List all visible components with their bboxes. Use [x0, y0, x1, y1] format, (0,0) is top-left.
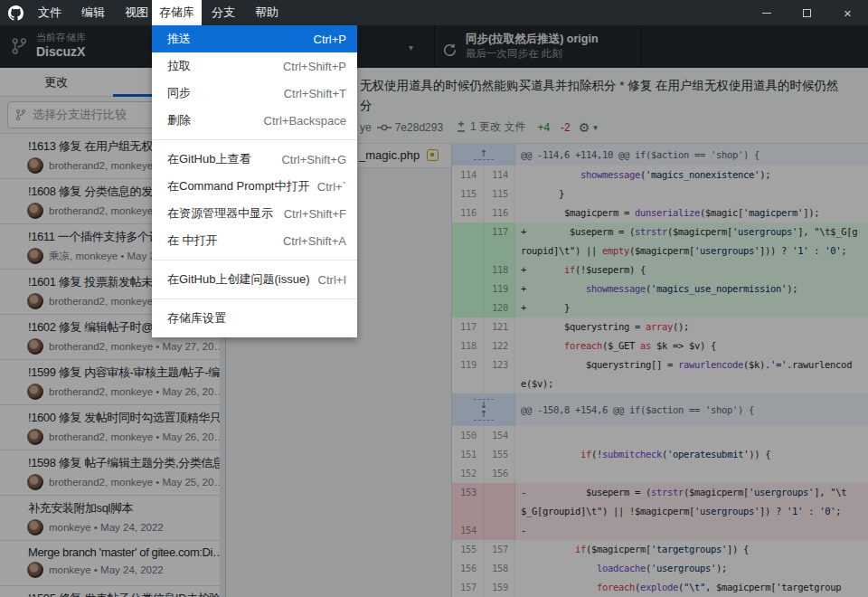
new-line-number: 122 [484, 336, 515, 355]
commit-hash[interactable]: 7e28d293 [395, 121, 443, 134]
github-logo-icon [8, 5, 24, 21]
sync-button-title[interactable]: 同步(拉取然后推送) origin [466, 32, 599, 47]
diff-icon [456, 121, 467, 133]
menubar-item[interactable]: 编辑 [71, 0, 115, 25]
commit-list-item[interactable]: !1598 修复 帖子编辑主题分类,分类信息I…brotherand2, mon… [0, 450, 225, 496]
commit-title: !1598 修复 帖子编辑主题分类,分类信息I… [28, 455, 223, 471]
commit-author-fragment: ye [360, 121, 372, 134]
commit-meta: brotherand2, monkeye • May 26, 20… [28, 429, 216, 445]
branch-compare-placeholder: 选择分支进行比较 [33, 107, 127, 123]
repository-menu-dropdown: 推送Ctrl+P拉取Ctrl+Shift+P同步Ctrl+Shift+T删除Ct… [152, 25, 357, 337]
menu-item[interactable]: 存储库设置 [152, 305, 357, 332]
commit-list-item[interactable]: Merge branch 'master' of gitee.com:Di…mo… [0, 541, 225, 586]
diff-code: - [515, 521, 868, 540]
commit-meta: brotherand2, monkeye • May 25, 20… [28, 474, 216, 490]
new-line-number: 115 [484, 185, 515, 204]
deletions-count: -2 [561, 121, 571, 134]
new-line-number: 116 [484, 204, 515, 223]
branch-icon [15, 109, 26, 121]
diff-code: + } [515, 298, 868, 317]
menubar-item[interactable]: 帮助 [245, 0, 288, 25]
menu-item[interactable]: 在GitHub上创建问题(issue)Ctrl+I [152, 266, 357, 293]
diff-code: + if(!$useperm) { [515, 261, 868, 280]
commit-author-date: monkeye • May 24, 2022 [49, 564, 164, 575]
github-desktop-window: 文件编辑视图存储库分支帮助 × 当前存储库 DiscuzX ▾ 同步(拉取然后推… [0, 0, 868, 597]
sidebar-tab[interactable]: 更改 [0, 68, 113, 96]
menu-item[interactable]: 同步Ctrl+Shift+T [152, 80, 357, 107]
diff-line: 114114 showmessage('magics_nonexistence'… [452, 166, 868, 185]
diff-line: 156158 loadcache('usergroups'); [452, 559, 868, 578]
menu-item[interactable]: 在资源管理器中显示Ctrl+Shift+F [152, 200, 357, 227]
menu-item[interactable]: 在 中打开Ctrl+Shift+A [152, 227, 357, 254]
old-line-number [452, 280, 484, 298]
diff-code [515, 464, 868, 483]
diff-line: 115115 } [452, 185, 868, 204]
menu-item-label: 在 中打开 [167, 232, 218, 249]
hunk-header-text: @@ -114,6 +114,10 @@ if($action == 'shop… [515, 144, 868, 166]
menubar-item[interactable]: 文件 [28, 0, 71, 25]
sync-button-subtitle: 最后一次同步在 此刻 [466, 47, 562, 61]
new-line-number [484, 374, 515, 393]
old-line-number [452, 223, 484, 242]
diff-line: 116116 $magicperm = dunserialize($magic[… [452, 204, 868, 223]
commit-title: 补充安装附加sql脚本 [28, 500, 223, 516]
new-line-number: 157 [484, 540, 515, 559]
diff-line: 153- $useperm = (strstr($magicperm['user… [452, 483, 868, 502]
new-line-number [484, 521, 515, 540]
diff-line: 117121 $querystring = array(); [452, 317, 868, 336]
diff-code: roupid]\t") || empty($magicperm['usergro… [515, 242, 868, 261]
close-button[interactable]: × [827, 0, 868, 25]
branch-dropdown-caret[interactable]: ▾ [409, 43, 413, 52]
commit-author-date: 乘凉, monkeye • May 30, [49, 250, 164, 263]
current-repo-name[interactable]: DiscuzX [36, 44, 85, 59]
old-line-number [452, 374, 484, 393]
new-line-number [484, 483, 515, 502]
diff-line: 118122 foreach($_GET as $k => $v) { [452, 336, 868, 355]
old-line-number: 114 [452, 166, 484, 185]
diff-code [515, 426, 868, 445]
toolbar: 当前存储库 DiscuzX ▾ 同步(拉取然后推送) origin 最后一次同步… [0, 25, 868, 68]
new-line-number: 117 [484, 223, 515, 242]
diff-code: loadcache('usergroups'); [515, 559, 868, 578]
diff-line: 157159 foreach(explode("\t", $magicperm[… [452, 578, 868, 597]
commit-message-line1: 无权使用道具的时候仍然能购买道具并扣除积分 * 修复 在用户组无权使用道具的时候… [360, 78, 839, 94]
menubar: 文件编辑视图存储库分支帮助 [28, 0, 288, 25]
commit-list-item[interactable]: !1600 修复 发帖时同时勾选置顶精华只…brotherand2, monke… [0, 405, 225, 450]
diff-line: 119+ showmessage('magics_use_nopermissio… [452, 280, 868, 298]
avatar [27, 474, 43, 490]
menubar-item[interactable]: 分支 [202, 0, 245, 25]
diff-code: - $useperm = (strstr($magicperm['usergro… [515, 483, 868, 502]
minimize-button[interactable] [746, 0, 787, 25]
expand-hunk-button[interactable]: ↓↑ [452, 393, 515, 426]
menu-item-shortcut: Ctrl+` [317, 180, 346, 194]
gear-icon[interactable]: ⚙ [579, 121, 590, 134]
menu-item-label: 在GitHub上查看 [167, 151, 250, 167]
menu-item-label: 同步 [167, 85, 191, 101]
commit-list-item[interactable]: !1595 修复 发表帖子分类信息ID未检验 [0, 586, 225, 597]
new-line-number: 123 [484, 355, 515, 374]
menubar-item[interactable]: 存储库 [152, 0, 202, 25]
expand-hunk-button[interactable]: ↑ [452, 144, 515, 166]
diff-code: $_G[groupid]\t") || !$magicperm['usergro… [515, 502, 868, 521]
menu-item[interactable]: 在GitHub上查看Ctrl+Shift+G [152, 146, 357, 173]
toolbar-divider [434, 25, 435, 68]
new-line-number [484, 242, 515, 261]
commit-list-item[interactable]: !1599 修复 内容审核-审核主题/帖子-编…brotherand2, mon… [0, 360, 225, 405]
old-line-number: 156 [452, 559, 484, 578]
commit-list-item[interactable]: 补充安装附加sql脚本monkeye • May 24, 2022 [0, 496, 225, 541]
menu-item[interactable]: 在Command Prompt中打开Ctrl+` [152, 173, 357, 200]
commit-message-line2: 分 [360, 98, 373, 114]
menu-item-label: 在Command Prompt中打开 [167, 178, 309, 194]
commit-author-date: monkeye • May 24, 2022 [49, 522, 164, 533]
menu-item[interactable]: 拉取Ctrl+Shift+P [152, 52, 357, 80]
gear-caret-icon[interactable]: ▾ [593, 123, 598, 132]
diff-code: if(!submitcheck('operatesubmit')) { [515, 445, 868, 464]
avatar [27, 248, 43, 264]
maximize-button[interactable] [787, 0, 827, 25]
avatar [27, 562, 43, 578]
menu-item-label: 拉取 [167, 58, 191, 74]
menu-item[interactable]: 推送Ctrl+P [152, 25, 357, 52]
menu-item[interactable]: 删除Ctrl+Backspace [152, 107, 357, 134]
diff-code: $querystring = array(); [515, 317, 868, 336]
diff-code: } [515, 185, 868, 204]
